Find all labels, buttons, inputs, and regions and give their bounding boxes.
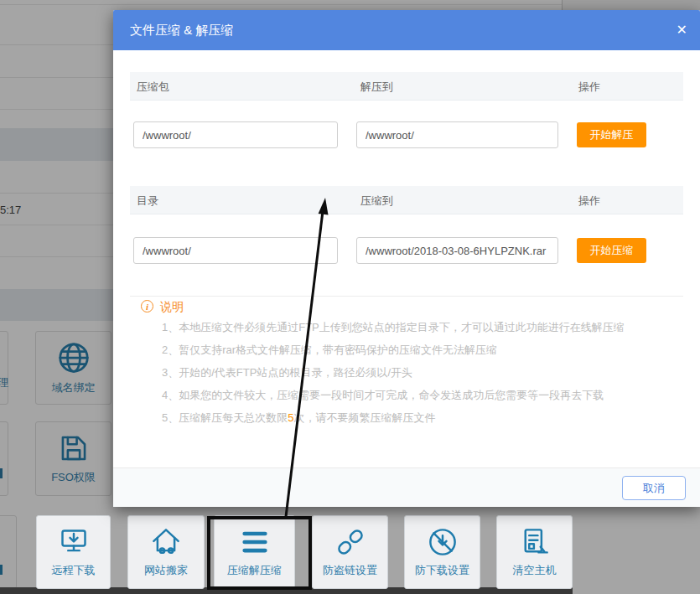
note-item-1: 1、本地压缩文件必须先通过FTP上传到您站点的指定目录下，才可以通过此功能进行在… xyxy=(162,322,682,333)
start-decompress-button[interactable]: 开始解压 xyxy=(577,122,646,147)
clear-host-icon xyxy=(520,527,550,557)
note-item-2: 2、暂仅支持rar格式文件解压缩，带有密码保护的压缩文件无法解压缩 xyxy=(162,344,682,356)
column-header-action: 操作 xyxy=(578,80,600,95)
tile-hotlink-protection[interactable]: 防盗链设置 xyxy=(312,515,388,589)
monitor-download-icon xyxy=(59,527,89,557)
broken-link-icon xyxy=(335,527,366,557)
tile-label: 防下载设置 xyxy=(415,563,469,578)
column-header-package: 压缩包 xyxy=(137,80,169,95)
compress-header-row: 目录 压缩到 操作 xyxy=(130,186,683,214)
decompress-package-input[interactable] xyxy=(133,121,338,148)
tile-remote-download[interactable]: 远程下载 xyxy=(36,515,111,589)
info-icon: i xyxy=(141,300,153,312)
note-item-5: 5、压缩解压每天总次数限5次，请不要频繁压缩解压文件 xyxy=(162,412,682,424)
tile-site-move[interactable]: 网站搬家 xyxy=(127,515,205,589)
screen: 5:17 理 域名绑定 FSO权限 xyxy=(0,0,700,594)
tile-label: 网站搬家 xyxy=(144,563,188,578)
note-item-4: 4、如果您的文件较大，压缩需要一段时间才可完成，命令发送成功后您需要等一段再去下… xyxy=(162,390,682,401)
notes-divider xyxy=(130,296,683,297)
tile-label: 清空主机 xyxy=(513,563,557,578)
compress-dir-input[interactable] xyxy=(133,237,338,264)
compress-target-input[interactable] xyxy=(356,237,558,264)
house-move-icon xyxy=(151,527,181,557)
modal-title: 文件压缩 & 解压缩 xyxy=(130,10,233,50)
column-header-compress-to: 压缩到 xyxy=(360,194,393,209)
tile-clear-host[interactable]: 清空主机 xyxy=(496,515,573,589)
modal-header: 文件压缩 & 解压缩 ✕ xyxy=(113,10,700,50)
column-header-extract-to: 解压到 xyxy=(360,80,393,95)
tile-label: 远程下载 xyxy=(52,563,96,578)
no-download-icon xyxy=(428,527,458,557)
start-compress-button[interactable]: 开始压缩 xyxy=(577,238,646,263)
decompress-header-row: 压缩包 解压到 操作 xyxy=(130,72,683,101)
cancel-button[interactable]: 取消 xyxy=(622,476,686,500)
note-item-3: 3、开始的/代表FTP站点的根目录，路径必须以/开头 xyxy=(162,367,682,379)
compression-modal: 文件压缩 & 解压缩 ✕ 压缩包 解压到 操作 开始解压 目录 压缩到 操作 开… xyxy=(113,10,700,507)
notes-list: 1、本地压缩文件必须先通过FTP上传到您站点的指定目录下，才可以通过此功能进行在… xyxy=(162,322,682,435)
modal-footer: 取消 xyxy=(113,467,700,507)
column-header-action: 操作 xyxy=(578,194,600,209)
tile-label: 防盗链设置 xyxy=(323,563,377,578)
close-icon[interactable]: ✕ xyxy=(677,22,687,39)
column-header-directory: 目录 xyxy=(137,194,158,209)
decompress-target-input[interactable] xyxy=(356,121,558,148)
highlight-rectangle xyxy=(207,516,312,590)
tile-download-protection[interactable]: 防下载设置 xyxy=(404,515,480,589)
notes-heading: 说明 xyxy=(160,300,184,315)
